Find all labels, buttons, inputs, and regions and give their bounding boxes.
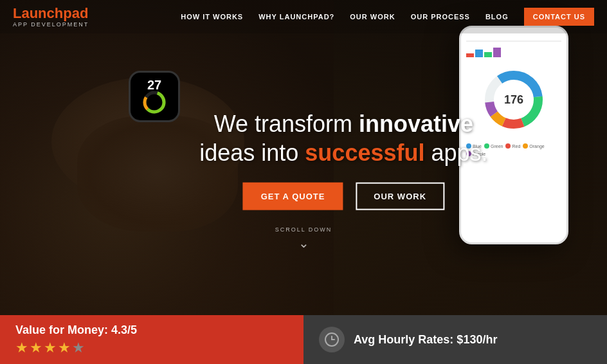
star-rating: ★ ★ ★ ★ ★ <box>15 340 288 356</box>
donut-center-value: 176 <box>504 93 523 107</box>
scroll-text: SCROLL DOWN <box>275 226 332 233</box>
headline-line1: We transform innovative <box>214 111 473 137</box>
star-4: ★ <box>58 340 71 356</box>
hero-section: 27 <box>0 0 607 315</box>
watch-mockup: 27 <box>129 71 180 122</box>
hero-content: We transform innovative ideas into succe… <box>176 109 511 210</box>
clock-icon <box>319 327 345 352</box>
headline-bold: innovative <box>359 111 473 137</box>
legend-item-4: Orange <box>523 143 544 149</box>
star-5: ★ <box>72 340 85 356</box>
value-for-money-label: Value for Money: 4.3/5 <box>15 323 288 337</box>
bottom-right-panel: Avg Hourly Rates: $130/hr <box>304 315 607 364</box>
avg-hourly-rates-label: Avg Hourly Rates: $130/hr <box>354 333 497 347</box>
bottom-bar: Value for Money: 4.3/5 ★ ★ ★ ★ ★ Avg Hou… <box>0 315 607 364</box>
nav-how-it-works[interactable]: HOW IT WORKS <box>181 13 243 21</box>
watch-screen: 27 <box>131 73 178 120</box>
star-3: ★ <box>44 340 57 356</box>
main-nav: HOW IT WORKS WHY LAUNCHPAD? OUR WORK OUR… <box>181 8 594 26</box>
logo-prefix: Launch <box>13 5 63 21</box>
logo-subtitle: APP DEVELOPMENT <box>13 22 89 28</box>
star-1: ★ <box>15 340 28 356</box>
bottom-left-panel: Value for Money: 4.3/5 ★ ★ ★ ★ ★ <box>0 315 304 364</box>
scroll-arrow-icon[interactable]: ⌄ <box>275 235 332 251</box>
nav-blog[interactable]: BLOG <box>485 13 509 21</box>
logo-title: Launchpad <box>13 6 89 21</box>
watch-ring-chart <box>141 89 167 115</box>
header: Launchpad APP DEVELOPMENT HOW IT WORKS W… <box>0 0 607 33</box>
star-2: ★ <box>30 340 42 356</box>
logo-suffix: pad <box>63 5 88 21</box>
logo: Launchpad APP DEVELOPMENT <box>13 6 89 28</box>
headline-line2: ideas into successful apps. <box>199 140 487 166</box>
clock-svg <box>324 332 340 347</box>
nav-our-work[interactable]: OUR WORK <box>350 13 395 21</box>
headline-accent: successful <box>305 140 424 166</box>
our-work-button[interactable]: OUR WORK <box>356 183 444 210</box>
nav-why-launchpad[interactable]: WHY LAUNCHPAD? <box>258 13 334 21</box>
nav-our-process[interactable]: OUR PROCESS <box>411 13 470 21</box>
hero-headline: We transform innovative ideas into succe… <box>176 109 511 167</box>
scroll-down: SCROLL DOWN ⌄ <box>275 226 332 251</box>
hero-cta-buttons: GET A QUOTE OUR WORK <box>176 183 511 210</box>
contact-us-button[interactable]: CONTACT US <box>524 8 594 26</box>
get-a-quote-button[interactable]: GET A QUOTE <box>243 183 343 210</box>
